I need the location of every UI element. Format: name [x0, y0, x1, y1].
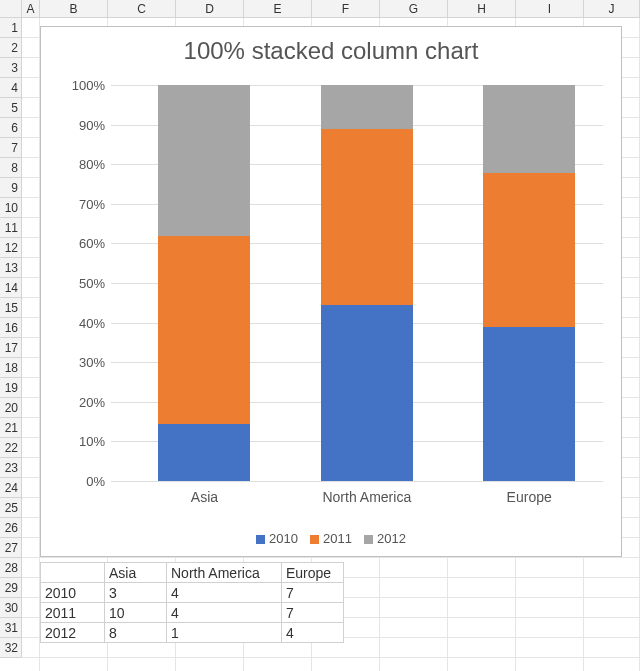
row-header-30[interactable]: 30	[0, 598, 22, 618]
table-header-cell[interactable]: Asia	[105, 563, 167, 583]
x-category-label: Asia	[129, 489, 279, 505]
table-cell[interactable]: 2011	[41, 603, 105, 623]
row-header-6[interactable]: 6	[0, 118, 22, 138]
bar-seg-2012	[158, 85, 250, 236]
table-cell[interactable]: 4	[282, 623, 344, 643]
bar-seg-2011	[321, 129, 413, 305]
bar-seg-2010	[158, 424, 250, 481]
row-header-29[interactable]: 29	[0, 578, 22, 598]
select-all-corner[interactable]	[0, 0, 22, 18]
legend-item-2012: 2012	[364, 531, 406, 546]
table-cell[interactable]: 7	[282, 583, 344, 603]
bar-seg-2012	[483, 85, 575, 173]
col-header-J[interactable]: J	[584, 0, 640, 18]
row-header-13[interactable]: 13	[0, 258, 22, 278]
row-header-32[interactable]: 32	[0, 638, 22, 658]
table-header-cell[interactable]	[41, 563, 105, 583]
col-header-G[interactable]: G	[380, 0, 448, 18]
row-header-27[interactable]: 27	[0, 538, 22, 558]
row-header-5[interactable]: 5	[0, 98, 22, 118]
col-header-B[interactable]: B	[40, 0, 108, 18]
col-header-A[interactable]: A	[22, 0, 40, 18]
legend-item-2011: 2011	[310, 531, 352, 546]
col-header-H[interactable]: H	[448, 0, 516, 18]
legend-swatch-icon	[310, 535, 319, 544]
legend-label: 2011	[323, 531, 352, 546]
bar-seg-2010	[321, 305, 413, 481]
x-category-label: North America	[292, 489, 442, 505]
table-cell[interactable]: 4	[167, 583, 282, 603]
row-header-7[interactable]: 7	[0, 138, 22, 158]
row-header-25[interactable]: 25	[0, 498, 22, 518]
row-header-1[interactable]: 1	[0, 18, 22, 38]
row-header-21[interactable]: 21	[0, 418, 22, 438]
row-header-15[interactable]: 15	[0, 298, 22, 318]
row-header-9[interactable]: 9	[0, 178, 22, 198]
y-tick: 40%	[45, 315, 105, 330]
y-tick: 90%	[45, 117, 105, 132]
row-header-14[interactable]: 14	[0, 278, 22, 298]
y-tick: 10%	[45, 434, 105, 449]
row-header-3[interactable]: 3	[0, 58, 22, 78]
bar-north-america[interactable]	[321, 85, 413, 481]
col-header-D[interactable]: D	[176, 0, 244, 18]
x-category-label: Europe	[454, 489, 604, 505]
data-table[interactable]: AsiaNorth AmericaEurope20103472011104720…	[40, 562, 344, 643]
bar-seg-2011	[158, 236, 250, 425]
table-cell[interactable]: 10	[105, 603, 167, 623]
col-header-E[interactable]: E	[244, 0, 312, 18]
bar-seg-2012	[321, 85, 413, 129]
row-header-26[interactable]: 26	[0, 518, 22, 538]
legend-label: 2010	[269, 531, 298, 546]
y-tick: 80%	[45, 157, 105, 172]
row-header-10[interactable]: 10	[0, 198, 22, 218]
y-tick: 60%	[45, 236, 105, 251]
col-header-F[interactable]: F	[312, 0, 380, 18]
chart-object[interactable]: 100% stacked column chart 0%10%20%30%40%…	[40, 26, 622, 557]
row-header-4[interactable]: 4	[0, 78, 22, 98]
row-header-12[interactable]: 12	[0, 238, 22, 258]
y-tick: 30%	[45, 355, 105, 370]
row-header-16[interactable]: 16	[0, 318, 22, 338]
table-cell[interactable]: 2010	[41, 583, 105, 603]
legend-swatch-icon	[364, 535, 373, 544]
y-tick: 20%	[45, 394, 105, 409]
bar-seg-2011	[483, 173, 575, 327]
col-header-I[interactable]: I	[516, 0, 584, 18]
table-header-cell[interactable]: Europe	[282, 563, 344, 583]
row-header-24[interactable]: 24	[0, 478, 22, 498]
y-tick: 50%	[45, 276, 105, 291]
row-header-17[interactable]: 17	[0, 338, 22, 358]
bar-seg-2010	[483, 327, 575, 481]
spreadsheet[interactable]: ABCDEFGHIJ 12345678910111213141516171819…	[0, 0, 640, 671]
table-cell[interactable]: 7	[282, 603, 344, 623]
row-header-8[interactable]: 8	[0, 158, 22, 178]
legend-item-2010: 2010	[256, 531, 298, 546]
y-tick: 100%	[45, 78, 105, 93]
y-tick: 70%	[45, 196, 105, 211]
legend-label: 2012	[377, 531, 406, 546]
chart-legend: 201020112012	[41, 531, 621, 546]
table-cell[interactable]: 3	[105, 583, 167, 603]
row-header-2[interactable]: 2	[0, 38, 22, 58]
y-tick: 0%	[45, 474, 105, 489]
table-cell[interactable]: 2012	[41, 623, 105, 643]
row-header-22[interactable]: 22	[0, 438, 22, 458]
row-header-18[interactable]: 18	[0, 358, 22, 378]
row-header-28[interactable]: 28	[0, 558, 22, 578]
table-cell[interactable]: 8	[105, 623, 167, 643]
row-header-11[interactable]: 11	[0, 218, 22, 238]
row-header-19[interactable]: 19	[0, 378, 22, 398]
row-header-31[interactable]: 31	[0, 618, 22, 638]
table-cell[interactable]: 1	[167, 623, 282, 643]
table-header-cell[interactable]: North America	[167, 563, 282, 583]
row-header-23[interactable]: 23	[0, 458, 22, 478]
table-cell[interactable]: 4	[167, 603, 282, 623]
chart-title: 100% stacked column chart	[41, 37, 621, 65]
col-header-C[interactable]: C	[108, 0, 176, 18]
chart-plot-area: 0%10%20%30%40%50%60%70%80%90%100%AsiaNor…	[111, 85, 603, 481]
legend-swatch-icon	[256, 535, 265, 544]
bar-europe[interactable]	[483, 85, 575, 481]
bar-asia[interactable]	[158, 85, 250, 481]
row-header-20[interactable]: 20	[0, 398, 22, 418]
